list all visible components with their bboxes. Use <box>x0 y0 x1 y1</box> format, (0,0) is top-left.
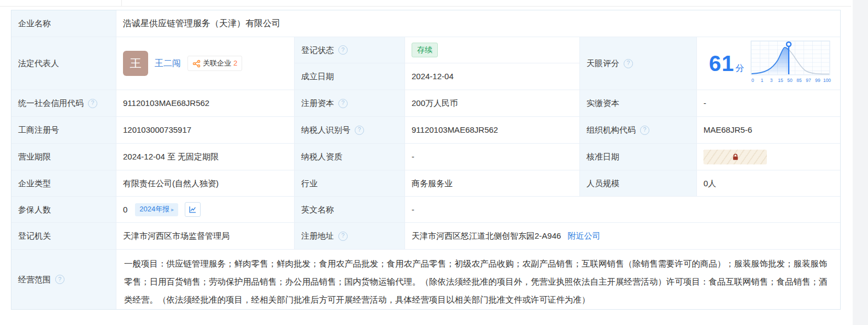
help-icon[interactable]: ? <box>624 59 633 68</box>
help-icon[interactable]: ? <box>355 126 364 135</box>
label-text: 人员规模 <box>587 178 619 189</box>
locked-value[interactable] <box>703 150 767 164</box>
field-label-reg-authority: 登记机关 <box>11 223 116 250</box>
svg-text:15: 15 <box>778 78 783 83</box>
insured-trend-button[interactable] <box>185 202 201 217</box>
field-label-establish-date: 成立日期 <box>295 63 405 90</box>
help-icon[interactable]: ? <box>88 99 97 108</box>
company-info-page: 企业名称 浩诚星供应链管理服务（天津）有限公司 法定代表人 王 王二闯 关联企业… <box>0 0 868 325</box>
annual-report-badge[interactable]: 2024年报 ▸ <box>135 203 178 216</box>
label-text: 法定代表人 <box>18 58 59 69</box>
avatar[interactable]: 王 <box>123 51 148 76</box>
score-distribution-chart: 0131550859799100 <box>750 40 831 86</box>
score-marker-dot <box>787 42 791 46</box>
label-text: 统一社会信用代码 <box>18 98 84 109</box>
field-label-legal-rep: 法定代表人 <box>11 37 116 90</box>
status-badge: 存续 <box>412 43 438 57</box>
legal-rep-name-link[interactable]: 王二闯 <box>155 58 181 69</box>
label-text: 纳税人识别号 <box>301 125 350 135</box>
scope-value: 一般项目：供应链管理服务；鲜肉零售；鲜肉批发；食用农产品批发；食用农产品零售；初… <box>116 250 840 309</box>
label-text: 核准日期 <box>587 151 619 162</box>
related-companies-icon <box>192 60 201 68</box>
field-label-company-type: 企业类型 <box>11 170 116 197</box>
svg-text:85: 85 <box>796 78 802 83</box>
company-type-value: 有限责任公司(自然人独资) <box>116 170 295 197</box>
label-text: 英文名称 <box>301 204 334 215</box>
value-text: 商务服务业 <box>412 178 453 189</box>
help-icon[interactable]: ? <box>338 99 348 108</box>
label-text: 行业 <box>301 178 318 189</box>
taxpayer-no-value: 91120103MAE68JR562 <box>405 117 580 144</box>
value-text: 200万人民币 <box>412 98 458 109</box>
field-label-org-code: 组织机构代码 ? <box>580 117 697 144</box>
address-text: 天津市河西区怒江道北侧创智东园2-A946 <box>412 231 561 241</box>
org-code-value: MAE68JR5-6 <box>697 117 840 144</box>
legal-rep-value: 王 王二闯 关联企业 2 <box>116 37 295 90</box>
field-label-address: 注册地址 ? <box>295 223 405 250</box>
insured-value: 0 2024年报 ▸ <box>116 197 295 223</box>
value-text: 2024-12-04 <box>412 71 454 82</box>
value-text: - <box>412 151 414 162</box>
score-unit-text: 分 <box>736 63 744 73</box>
credit-code-value: 91120103MAE68JR562 <box>116 90 295 117</box>
svg-text:3: 3 <box>770 78 773 83</box>
value-text: 91120103MAE68JR562 <box>412 125 498 135</box>
label-text: 组织机构代码 <box>587 125 636 135</box>
value-text: 0人 <box>703 178 716 189</box>
svg-text:97: 97 <box>806 78 811 83</box>
line-chart-icon <box>189 205 197 214</box>
field-label-reg-status: 登记状态 ? <box>295 37 405 63</box>
value-text: MAE68JR5-6 <box>703 125 752 135</box>
industry-value: 商务服务业 <box>405 170 580 197</box>
value-text: 天津市河西区市场监督管理局 <box>123 231 230 241</box>
label-text: 登记机关 <box>18 231 51 241</box>
field-label-english-name: 英文名称 <box>295 197 405 223</box>
help-icon[interactable]: ? <box>640 126 649 135</box>
field-label-score: 天眼评分 ? <box>580 37 697 90</box>
score-value: 61分 0131550859 <box>697 37 840 90</box>
score-chart-ticks: 0131550859799100 <box>752 78 831 83</box>
svg-text:100: 100 <box>823 78 831 83</box>
svg-text:0: 0 <box>752 78 754 83</box>
label-text: 注册资本 <box>301 98 334 109</box>
help-icon[interactable]: ? <box>338 232 348 241</box>
field-label-approval-date: 核准日期 <box>580 144 697 170</box>
related-companies-badge[interactable]: 关联企业 2 <box>187 56 242 71</box>
field-label-company-name: 企业名称 <box>11 10 116 37</box>
value-text: - <box>412 204 414 215</box>
value-text: 有限责任公司(自然人独资) <box>123 178 219 189</box>
label-text: 登记状态 <box>301 45 334 56</box>
score-num-text: 61 <box>709 51 735 75</box>
label-text: 天眼评分 <box>587 58 619 69</box>
page-gutter <box>853 0 868 325</box>
related-companies-label: 关联企业 <box>203 59 231 68</box>
label-text: 工商注册号 <box>18 125 59 135</box>
value-text: - <box>703 98 706 109</box>
help-icon[interactable]: ? <box>338 45 348 55</box>
label-text: 纳税人资质 <box>301 151 342 162</box>
approval-date-value <box>697 144 840 170</box>
help-icon[interactable]: ? <box>55 275 64 284</box>
field-label-industry: 行业 <box>295 170 405 197</box>
field-label-biz-term: 营业期限 <box>11 144 116 170</box>
scope-text: 一般项目：供应链管理服务；鲜肉零售；鲜肉批发；食用农产品批发；食用农产品零售；初… <box>124 259 828 304</box>
field-label-scope: 经营范围 ? <box>11 250 116 309</box>
svg-text:50: 50 <box>787 78 793 83</box>
value-text: 91120103MAE68JR562 <box>123 98 209 109</box>
label-text: 参保人数 <box>18 204 51 215</box>
address-value: 天津市河西区怒江道北侧创智东园2-A946 附近公司 <box>405 223 840 250</box>
company-name-text: 浩诚星供应链管理服务（天津）有限公司 <box>123 18 280 29</box>
biz-reg-no-value: 120103000735917 <box>116 117 295 144</box>
annual-report-label: 2024年报 <box>139 205 169 214</box>
paid-capital-value: - <box>697 90 840 117</box>
field-label-reg-capital: 注册资本 ? <box>295 90 405 117</box>
svg-text:99: 99 <box>815 78 820 83</box>
score-number: 61分 <box>709 52 744 74</box>
english-name-value: - <box>405 197 840 223</box>
field-label-insured: 参保人数 <box>11 197 116 223</box>
establish-date-value: 2024-12-04 <box>405 63 580 90</box>
caret-right-icon: ▸ <box>171 206 174 213</box>
value-text: 2024-12-04 至 无固定期限 <box>123 151 219 162</box>
taxpayer-quali-value: - <box>405 144 580 170</box>
nearby-companies-link[interactable]: 附近公司 <box>567 231 600 241</box>
